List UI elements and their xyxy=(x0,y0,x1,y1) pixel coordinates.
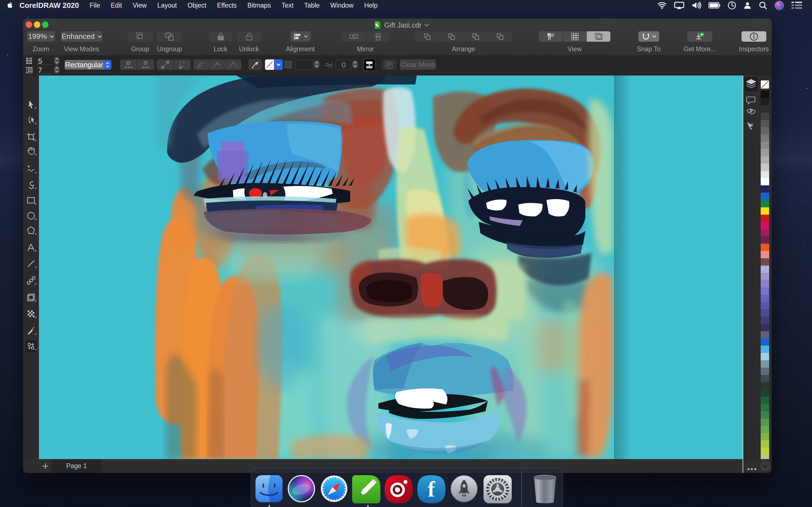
svg-text:?: ? xyxy=(751,122,753,126)
svg-text:f: f xyxy=(428,477,435,501)
